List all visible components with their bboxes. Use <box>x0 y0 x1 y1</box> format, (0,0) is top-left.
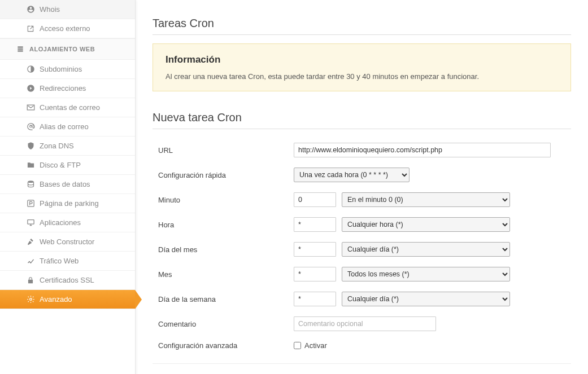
at-icon <box>26 122 35 131</box>
sidebar-item-label: Alias de correo <box>40 122 89 131</box>
chart-icon <box>26 257 35 266</box>
label-url: URL <box>153 146 294 155</box>
sidebar-item-redirecciones[interactable]: Redirecciones <box>0 79 135 98</box>
dow-input[interactable] <box>294 292 336 306</box>
label-quick-config: Configuración rápida <box>153 171 294 179</box>
label-day-of-month: Día del mes <box>153 245 294 254</box>
sidebar-item-label: Disco & FTP <box>40 161 81 169</box>
lock-icon <box>26 276 35 285</box>
external-icon <box>26 24 35 33</box>
server-icon <box>16 45 25 54</box>
activate-label: Activar <box>304 341 327 350</box>
sidebar-item-certificados-ssl[interactable]: Certificados SSL <box>0 271 135 290</box>
sidebar-item-web-constructor[interactable]: Web Constructor <box>0 232 135 252</box>
sidebar-item-label: Whois <box>40 5 60 14</box>
gear-icon <box>26 295 35 304</box>
sidebar-item-label: Web Constructor <box>40 237 94 246</box>
label-day-of-week: Día de la semana <box>153 295 294 303</box>
sidebar-item-whois[interactable]: Whois <box>0 0 135 19</box>
sidebar-section-hosting: ALOJAMIENTO WEB <box>0 38 135 60</box>
dow-select[interactable]: Cualquier día (*) <box>342 292 510 306</box>
svg-point-2 <box>28 181 33 183</box>
sidebar-item-subdominios[interactable]: Subdominios <box>0 60 135 79</box>
shield-icon <box>26 142 35 151</box>
label-month: Mes <box>153 270 294 279</box>
month-select[interactable]: Todos los meses (*) <box>342 267 510 281</box>
sidebar-item-label: Certificados SSL <box>40 276 94 284</box>
section-title-cron: Tareas Cron <box>153 11 571 35</box>
svg-rect-4 <box>27 220 33 225</box>
label-advanced-config: Configuración avanzada <box>153 341 294 350</box>
parking-icon <box>26 199 35 208</box>
sidebar-item-label: Página de parking <box>40 199 99 208</box>
sidebar-item-label: Aplicaciones <box>40 218 81 227</box>
sidebar-item-aplicaciones[interactable]: Aplicaciones <box>0 213 135 232</box>
sidebar-item-label: Subdominios <box>40 65 82 73</box>
label-hour: Hora <box>153 221 294 229</box>
sidebar-item-label: Bases de datos <box>40 180 90 188</box>
sidebar-item-pagina-parking[interactable]: Página de parking <box>0 194 135 213</box>
sidebar-item-cuentas-correo[interactable]: Cuentas de correo <box>0 98 135 117</box>
main-content: Tareas Cron Información Al crear una nue… <box>136 0 588 374</box>
sidebar-item-trafico-web[interactable]: Tráfico Web <box>0 252 135 271</box>
minute-input[interactable] <box>294 192 336 207</box>
sidebar-item-avanzado[interactable]: Avanzado <box>0 290 135 309</box>
minute-select[interactable]: En el minuto 0 (0) <box>342 192 510 207</box>
database-icon <box>26 180 35 189</box>
sidebar-item-label: Zona DNS <box>40 142 74 150</box>
divider <box>153 363 571 364</box>
dom-input[interactable] <box>294 242 336 257</box>
activate-checkbox[interactable] <box>294 342 301 349</box>
svg-rect-5 <box>28 279 33 283</box>
info-box: Información Al crear una nueva tarea Cro… <box>153 43 571 91</box>
cron-form: URL Configuración rápida Una vez cada ho… <box>153 138 571 355</box>
label-minute: Minuto <box>153 196 294 204</box>
user-circle-icon <box>26 5 35 14</box>
comment-input[interactable] <box>294 316 436 331</box>
sidebar-item-disco-ftp[interactable]: Disco & FTP <box>0 156 135 175</box>
sidebar-item-label: Acceso externo <box>40 24 90 33</box>
sidebar-item-label: Cuentas de correo <box>40 103 100 112</box>
folder-icon <box>26 161 35 170</box>
url-input[interactable] <box>294 143 551 157</box>
label-comment: Comentario <box>153 320 294 328</box>
dom-select[interactable]: Cualquier día (*) <box>342 242 510 257</box>
sidebar-item-bases-datos[interactable]: Bases de datos <box>0 175 135 194</box>
redirect-icon <box>26 84 35 93</box>
sidebar-item-acceso-externo[interactable]: Acceso externo <box>0 19 135 38</box>
info-text: Al crear una nueva tarea Cron, esta pued… <box>165 72 558 81</box>
hammer-icon <box>26 237 35 247</box>
sidebar-item-label: Avanzado <box>40 295 72 303</box>
sidebar-item-label: Tráfico Web <box>40 257 79 265</box>
sidebar: Whois Acceso externo ALOJAMIENTO WEB Sub… <box>0 0 136 374</box>
section-title-new-cron: Nueva tarea Cron <box>153 105 571 129</box>
sidebar-item-label: Redirecciones <box>40 84 86 93</box>
sidebar-item-alias-correo[interactable]: Alias de correo <box>0 117 135 137</box>
contrast-icon <box>26 65 35 74</box>
info-title: Información <box>165 54 558 65</box>
quick-config-select[interactable]: Una vez cada hora (0 * * * *) <box>294 168 410 182</box>
hour-input[interactable] <box>294 217 336 232</box>
sidebar-item-zona-dns[interactable]: Zona DNS <box>0 137 135 156</box>
mail-icon <box>26 103 35 112</box>
month-input[interactable] <box>294 267 336 281</box>
hour-select[interactable]: Cualquier hora (*) <box>342 217 510 232</box>
svg-point-6 <box>29 298 32 301</box>
sidebar-section-label: ALOJAMIENTO WEB <box>29 46 95 52</box>
desktop-icon <box>26 218 35 227</box>
